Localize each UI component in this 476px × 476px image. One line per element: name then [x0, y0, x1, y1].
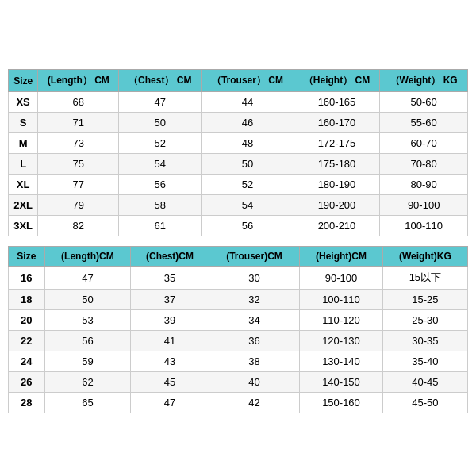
table-cell: 3XL — [9, 216, 38, 236]
table-cell: 75 — [38, 154, 119, 175]
table-cell: 100-110 — [300, 290, 383, 310]
table-cell: 200-210 — [294, 216, 380, 236]
table-cell: XS — [9, 92, 38, 113]
adult-col-header: (Length） CM — [38, 70, 119, 92]
table-cell: 30 — [209, 267, 299, 290]
table-cell: 62 — [44, 372, 130, 393]
table-cell: 56 — [44, 331, 130, 351]
table-row: 26624540140-15040-45 — [9, 372, 468, 393]
table-cell: 71 — [38, 113, 119, 133]
table-cell: S — [9, 113, 38, 133]
table-cell: 58 — [119, 195, 202, 216]
children-col-header: (Weight)KG — [382, 247, 467, 267]
table-cell: 180-190 — [294, 175, 380, 195]
table-cell: 54 — [119, 154, 202, 175]
table-cell: 26 — [9, 372, 45, 393]
table-cell: 37 — [131, 290, 209, 310]
table-cell: 90-100 — [380, 195, 468, 216]
children-col-header: (Trouser)CM — [209, 247, 299, 267]
table-cell: 41 — [131, 331, 209, 351]
table-cell: 34 — [209, 310, 299, 331]
table-row: L755450175-18070-80 — [9, 154, 468, 175]
table-cell: 35 — [131, 267, 209, 290]
table-row: 28654742150-16045-50 — [9, 393, 468, 413]
table-cell: 46 — [202, 113, 294, 133]
adult-size-title — [8, 61, 468, 69]
table-cell: 24 — [9, 351, 45, 372]
children-size-table: Size(Length)CM(Chest)CM(Trouser)CM(Heigh… — [8, 246, 468, 413]
table-row: 2XL795854190-20090-100 — [9, 195, 468, 216]
table-row: S715046160-17055-60 — [9, 113, 468, 133]
table-cell: 28 — [9, 393, 45, 413]
table-cell: 50 — [119, 113, 202, 133]
table-cell: 175-180 — [294, 154, 380, 175]
children-table-header: Size(Length)CM(Chest)CM(Trouser)CM(Heigh… — [9, 247, 468, 267]
table-cell: 48 — [202, 133, 294, 154]
table-cell: 2XL — [9, 195, 38, 216]
table-cell: 140-150 — [300, 372, 383, 393]
table-cell: 38 — [209, 351, 299, 372]
adult-size-table: Size(Length） CM（Chest） CM（Trouser） CM（He… — [8, 69, 468, 236]
table-cell: 79 — [38, 195, 119, 216]
adult-col-header: （Chest） CM — [119, 70, 202, 92]
table-cell: 73 — [38, 133, 119, 154]
table-cell: 160-165 — [294, 92, 380, 113]
table-cell: 45 — [131, 372, 209, 393]
table-cell: 39 — [131, 310, 209, 331]
table-cell: 55-60 — [380, 113, 468, 133]
table-cell: 52 — [202, 175, 294, 195]
table-cell: 45-50 — [382, 393, 467, 413]
children-col-header: Size — [9, 247, 45, 267]
children-col-header: (Height)CM — [300, 247, 383, 267]
table-cell: 35-40 — [382, 351, 467, 372]
table-cell: 150-160 — [300, 393, 383, 413]
table-cell: 44 — [202, 92, 294, 113]
table-row: M735248172-17560-70 — [9, 133, 468, 154]
table-cell: 82 — [38, 216, 119, 236]
table-row: 1647353090-10015以下 — [9, 267, 468, 290]
table-cell: 15以下 — [382, 267, 467, 290]
table-cell: 30-35 — [382, 331, 467, 351]
table-row: 3XL826156200-210100-110 — [9, 216, 468, 236]
table-row: 24594338130-14035-40 — [9, 351, 468, 372]
table-cell: 80-90 — [380, 175, 468, 195]
children-col-header: (Length)CM — [44, 247, 130, 267]
adult-table-header: Size(Length） CM（Chest） CM（Trouser） CM（He… — [9, 70, 468, 92]
table-cell: 50 — [202, 154, 294, 175]
adult-col-header: （Trouser） CM — [202, 70, 294, 92]
size-chart: Size(Length） CM（Chest） CM（Trouser） CM（He… — [8, 61, 468, 415]
table-row: XS684744160-16550-60 — [9, 92, 468, 113]
table-cell: 40-45 — [382, 372, 467, 393]
children-col-header: (Chest)CM — [131, 247, 209, 267]
children-size-title — [8, 238, 468, 246]
table-row: 20533934110-12025-30 — [9, 310, 468, 331]
table-cell: 77 — [38, 175, 119, 195]
table-cell: 110-120 — [300, 310, 383, 331]
table-cell: 54 — [202, 195, 294, 216]
table-cell: 32 — [209, 290, 299, 310]
table-cell: 70-80 — [380, 154, 468, 175]
adult-col-header: （Height） CM — [294, 70, 380, 92]
table-cell: 61 — [119, 216, 202, 236]
table-cell: 60-70 — [380, 133, 468, 154]
table-cell: 20 — [9, 310, 45, 331]
table-cell: 47 — [119, 92, 202, 113]
adult-col-header: （Weight） KG — [380, 70, 468, 92]
table-cell: 52 — [119, 133, 202, 154]
table-cell: 40 — [209, 372, 299, 393]
table-cell: 25-30 — [382, 310, 467, 331]
table-cell: L — [9, 154, 38, 175]
table-cell: 50 — [44, 290, 130, 310]
table-cell: M — [9, 133, 38, 154]
table-cell: 100-110 — [380, 216, 468, 236]
table-cell: 160-170 — [294, 113, 380, 133]
table-cell: 130-140 — [300, 351, 383, 372]
table-row: XL775652180-19080-90 — [9, 175, 468, 195]
adult-col-header: Size — [9, 70, 38, 92]
table-cell: 190-200 — [294, 195, 380, 216]
table-cell: 47 — [131, 393, 209, 413]
table-cell: 50-60 — [380, 92, 468, 113]
table-cell: 47 — [44, 267, 130, 290]
table-cell: XL — [9, 175, 38, 195]
table-cell: 65 — [44, 393, 130, 413]
